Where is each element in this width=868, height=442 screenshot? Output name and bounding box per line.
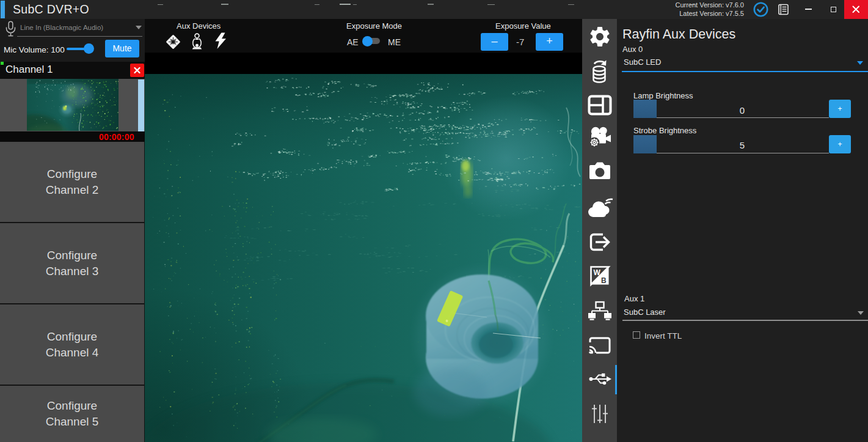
svg-text:B: B [601,276,607,285]
svg-text:W: W [593,268,600,277]
